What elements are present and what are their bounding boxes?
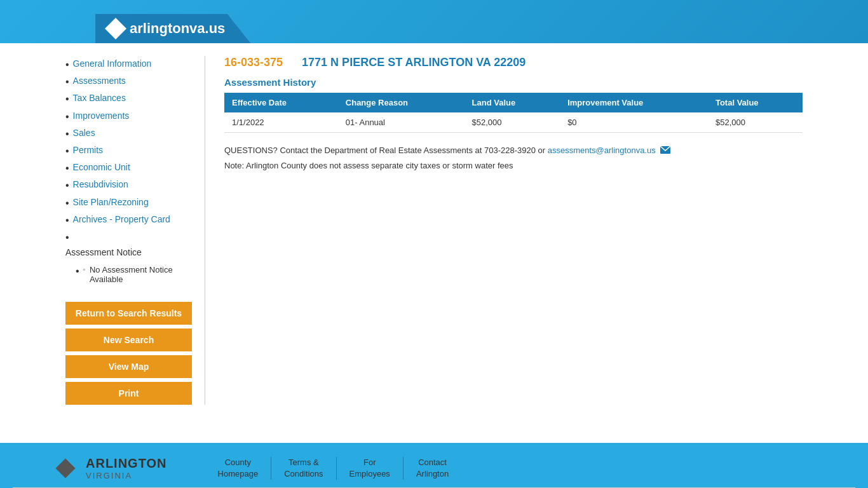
sidebar-item-assessment-notice: Assessment Notice ◦ No Assessment Notice… — [65, 229, 192, 289]
sidebar-link-tax-balances[interactable]: Tax Balances — [73, 93, 126, 103]
table-row: 1/1/202201- Annual$52,000$0$52,000 — [224, 112, 803, 133]
sidebar-link-general-information[interactable]: General Information — [73, 58, 152, 69]
footer-link-terms[interactable]: Terms & Conditions — [271, 457, 336, 480]
sidebar-link-economic-unit[interactable]: Economic Unit — [73, 162, 130, 172]
main-content: 16-033-375 1771 N PIERCE ST ARLINGTON VA… — [205, 56, 803, 405]
sidebar-item-archives[interactable]: Archives - Property Card — [65, 212, 192, 229]
property-id: 16-033-375 — [224, 56, 283, 69]
table-cell: 1/1/2022 — [224, 112, 338, 133]
questions-email-link[interactable]: assessments@arlingtonva.us — [548, 146, 656, 155]
sidebar-item-assessments[interactable]: Assessments — [65, 73, 192, 90]
sidebar-item-improvements[interactable]: Improvements — [65, 108, 192, 125]
footer-link-county-homepage-anchor[interactable]: County Homepage — [218, 457, 259, 480]
assessment-history-title: Assessment History — [224, 77, 803, 88]
sidebar-item-sales[interactable]: Sales — [65, 125, 192, 142]
sidebar-link-resubdivision[interactable]: Resubdivision — [73, 179, 128, 189]
header-diamond-icon — [105, 18, 126, 39]
table-cell: $0 — [560, 112, 708, 133]
sidebar-item-tax-balances[interactable]: Tax Balances — [65, 90, 192, 107]
envelope-icon — [660, 146, 670, 156]
site-title: arlingtonva.us — [130, 20, 225, 37]
note-text: Note: Arlington County does not assess s… — [224, 161, 803, 170]
footer-logo: ARLINGTON VIRGINIA — [53, 456, 167, 481]
col-header-total-value: Total Value — [708, 93, 803, 112]
table-cell: $52,000 — [708, 112, 803, 133]
col-header-change-reason: Change Reason — [338, 93, 465, 112]
footer-county-name: ARLINGTON — [86, 456, 167, 471]
assessment-notice-label: Assessment Notice — [65, 247, 142, 257]
sidebar-link-site-plan[interactable]: Site Plan/Rezoning — [73, 197, 149, 207]
main-container: General Information Assessments Tax Bala… — [53, 43, 815, 417]
site-footer: ARLINGTON VIRGINIA County Homepage Terms… — [0, 443, 868, 488]
sidebar-item-permits[interactable]: Permits — [65, 142, 192, 159]
footer-link-contact[interactable]: Contact Arlington — [403, 457, 461, 480]
sidebar-link-archives[interactable]: Archives - Property Card — [73, 214, 170, 224]
table-cell: $52,000 — [465, 112, 560, 133]
sidebar-link-permits[interactable]: Permits — [73, 145, 103, 155]
sidebar-item-general-information[interactable]: General Information — [65, 56, 192, 73]
questions-text: QUESTIONS? Contact the Department of Rea… — [224, 146, 803, 156]
footer-link-employees[interactable]: For Employees — [337, 457, 403, 480]
assessment-history-table: Effective Date Change Reason Land Value … — [224, 93, 803, 133]
site-header: arlingtonva.us — [0, 0, 868, 43]
header-logo-area[interactable]: arlingtonva.us — [95, 14, 250, 43]
return-search-results-button[interactable]: Return to Search Results — [65, 302, 192, 325]
col-header-improvement-value: Improvement Value — [560, 93, 708, 112]
footer-content: ARLINGTON VIRGINIA County Homepage Terms… — [0, 443, 868, 488]
view-map-button[interactable]: View Map — [65, 355, 192, 378]
print-button[interactable]: Print — [65, 382, 192, 405]
footer-link-county-homepage[interactable]: County Homepage — [205, 457, 272, 480]
sidebar-item-no-notice: ◦ No Assessment Notice Available — [76, 262, 192, 287]
col-header-land-value: Land Value — [465, 93, 560, 112]
sidebar-buttons: Return to Search Results New Search View… — [65, 302, 192, 405]
sidebar-link-assessments[interactable]: Assessments — [73, 76, 126, 86]
property-header: 16-033-375 1771 N PIERCE ST ARLINGTON VA… — [224, 56, 803, 69]
sidebar-nav: General Information Assessments Tax Bala… — [65, 56, 205, 405]
questions-label: QUESTIONS? Contact the Department of Rea… — [224, 146, 545, 155]
footer-state-name: VIRGINIA — [86, 471, 167, 480]
sidebar-item-site-plan[interactable]: Site Plan/Rezoning — [65, 194, 192, 212]
footer-links: County Homepage Terms & Conditions For E… — [205, 457, 462, 480]
sidebar-link-improvements[interactable]: Improvements — [73, 111, 130, 121]
sidebar-item-economic-unit[interactable]: Economic Unit — [65, 159, 192, 177]
footer-link-employees-anchor[interactable]: For Employees — [349, 457, 390, 480]
sidebar-item-resubdivision[interactable]: Resubdivision — [65, 177, 192, 194]
col-header-effective-date: Effective Date — [224, 93, 338, 112]
sidebar-link-sales[interactable]: Sales — [73, 128, 95, 138]
footer-link-terms-anchor[interactable]: Terms & Conditions — [284, 457, 323, 480]
property-address: 1771 N PIERCE ST ARLINGTON VA 22209 — [302, 56, 526, 69]
no-assessment-notice-label: No Assessment Notice Available — [90, 265, 192, 284]
new-search-button[interactable]: New Search — [65, 329, 192, 351]
sidebar-nav-list: General Information Assessments Tax Bala… — [65, 56, 192, 289]
footer-inner: ARLINGTON VIRGINIA County Homepage Terms… — [53, 456, 815, 481]
footer-logo-text: ARLINGTON VIRGINIA — [86, 456, 167, 480]
table-cell: 01- Annual — [338, 112, 465, 133]
footer-link-contact-anchor[interactable]: Contact Arlington — [416, 457, 449, 480]
